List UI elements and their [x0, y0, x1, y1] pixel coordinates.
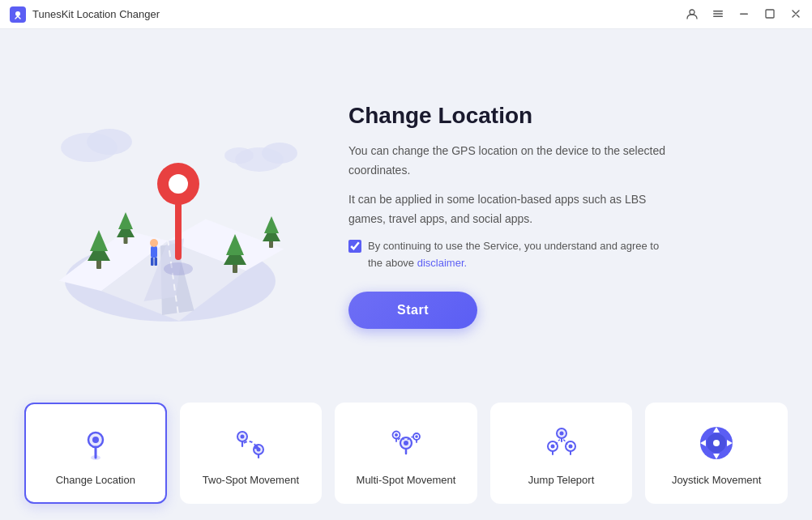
panel-title: Change Location — [348, 103, 763, 129]
window-controls — [686, 7, 802, 22]
svg-point-31 — [164, 262, 193, 275]
svg-point-57 — [550, 445, 554, 449]
panel-desc-2: It can be applied in some location-based… — [348, 190, 673, 229]
svg-point-10 — [262, 143, 297, 164]
svg-point-50 — [395, 433, 398, 437]
account-icon[interactable] — [686, 7, 699, 22]
svg-point-62 — [559, 432, 563, 436]
svg-point-41 — [91, 455, 100, 460]
card-multi-spot[interactable]: Multi-Spot Movement — [335, 403, 477, 504]
agreement-label: By continuing to use the Service, you un… — [368, 238, 676, 272]
svg-point-40 — [92, 437, 99, 443]
card-two-spot[interactable]: Two-Spot Movement — [180, 403, 323, 504]
svg-point-53 — [404, 441, 408, 445]
app-logo — [10, 6, 26, 23]
agreement-checkbox[interactable] — [348, 240, 361, 253]
svg-rect-6 — [766, 10, 774, 18]
svg-rect-4 — [713, 15, 723, 17]
svg-marker-27 — [264, 216, 279, 233]
joystick-icon — [694, 420, 739, 466]
close-icon[interactable] — [789, 7, 802, 22]
card-multi-spot-label: Multi-Spot Movement — [357, 474, 456, 486]
multi-spot-icon — [383, 420, 429, 466]
svg-rect-37 — [155, 258, 158, 266]
svg-point-35 — [150, 239, 158, 247]
card-change-location[interactable]: Change Location — [24, 403, 167, 504]
info-panel: Change Location You can change the GPS l… — [332, 103, 763, 329]
illustration — [32, 95, 308, 338]
card-jump-teleport[interactable]: Jump Teleport — [490, 403, 633, 504]
svg-point-1 — [690, 10, 694, 15]
titlebar-left: TunesKit Location Changer — [10, 6, 160, 23]
svg-point-0 — [15, 11, 20, 16]
svg-rect-34 — [151, 246, 157, 258]
app-title: TunesKit Location Changer — [32, 8, 160, 20]
card-joystick-label: Joystick Movement — [672, 474, 762, 486]
svg-marker-30 — [118, 212, 133, 229]
cards-section: Change Location — [0, 394, 812, 520]
card-jump-teleport-label: Jump Teleport — [528, 474, 594, 486]
svg-point-44 — [241, 435, 245, 439]
svg-rect-3 — [713, 13, 723, 15]
svg-point-59 — [568, 445, 572, 449]
svg-rect-2 — [713, 11, 723, 12]
menu-icon[interactable] — [712, 7, 724, 22]
agreement-row: By continuing to use the Service, you un… — [348, 238, 763, 272]
card-joystick[interactable]: Joystick Movement — [645, 403, 788, 504]
two-spot-icon — [228, 420, 273, 466]
main-content: Change Location You can change the GPS l… — [0, 29, 812, 520]
svg-point-65 — [713, 440, 720, 446]
maximize-icon[interactable] — [763, 7, 776, 22]
svg-rect-36 — [151, 258, 154, 266]
minimize-icon[interactable] — [737, 7, 750, 22]
panel-desc-1: You can change the GPS location on the d… — [348, 142, 673, 181]
svg-point-55 — [415, 435, 418, 438]
start-button[interactable]: Start — [348, 292, 477, 329]
svg-point-8 — [87, 129, 132, 155]
svg-point-11 — [224, 147, 254, 164]
svg-marker-21 — [90, 230, 108, 251]
hero-section: Change Location You can change the GPS l… — [0, 29, 812, 394]
disclaimer-link[interactable]: disclaimer. — [417, 257, 467, 269]
svg-point-33 — [169, 174, 188, 194]
card-two-spot-label: Two-Spot Movement — [203, 474, 299, 486]
svg-rect-5 — [740, 13, 748, 15]
titlebar: TunesKit Location Changer — [0, 0, 812, 29]
jump-teleport-icon — [539, 420, 584, 466]
change-location-icon — [73, 420, 118, 466]
card-change-location-label: Change Location — [56, 474, 135, 486]
